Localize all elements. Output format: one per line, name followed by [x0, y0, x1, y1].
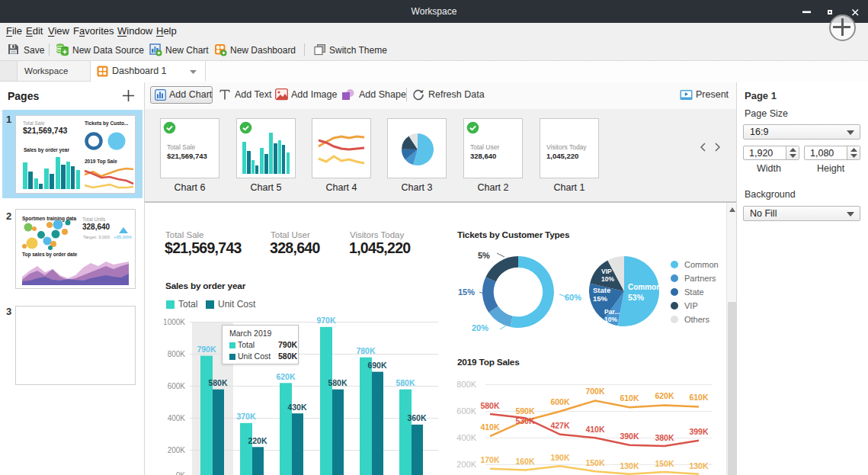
svg-text:0K: 0K — [176, 471, 186, 475]
svg-text:780K: 780K — [356, 346, 376, 355]
svg-text:400K: 400K — [456, 433, 476, 442]
svg-text:220K: 220K — [248, 436, 267, 445]
svg-text:700K: 700K — [585, 387, 605, 396]
svg-text:400K: 400K — [168, 414, 186, 422]
svg-text:130K: 130K — [689, 461, 709, 470]
svg-text:530K: 530K — [515, 416, 535, 425]
svg-text:610K: 610K — [689, 393, 709, 402]
svg-text:410K: 410K — [585, 425, 605, 434]
svg-text:620K: 620K — [276, 372, 296, 381]
svg-text:690K: 690K — [367, 361, 387, 370]
svg-text:1000K: 1000K — [164, 318, 185, 326]
svg-text:600K: 600K — [550, 397, 570, 406]
svg-text:130K: 130K — [620, 461, 639, 470]
svg-text:150K: 150K — [655, 459, 674, 468]
svg-text:160K: 160K — [515, 457, 535, 466]
svg-text:190K: 190K — [550, 453, 570, 462]
svg-text:590K: 590K — [515, 406, 535, 416]
svg-text:399K: 399K — [689, 427, 709, 436]
svg-text:790K: 790K — [197, 345, 216, 354]
svg-text:600K: 600K — [168, 382, 186, 390]
svg-text:200K: 200K — [168, 446, 186, 454]
svg-text:370K: 370K — [236, 412, 256, 421]
svg-text:800K: 800K — [168, 350, 186, 358]
svg-text:390K: 390K — [620, 432, 639, 441]
svg-text:150K: 150K — [585, 458, 605, 467]
svg-text:580K: 580K — [328, 378, 348, 387]
svg-text:580K: 580K — [208, 378, 228, 387]
svg-text:620K: 620K — [655, 391, 674, 400]
svg-text:580K: 580K — [396, 378, 415, 387]
svg-text:430K: 430K — [287, 403, 307, 412]
svg-text:427K: 427K — [550, 421, 570, 430]
svg-text:200K: 200K — [456, 460, 476, 469]
svg-text:380K: 380K — [655, 433, 674, 442]
svg-text:800K: 800K — [456, 380, 476, 389]
svg-text:170K: 170K — [480, 455, 500, 464]
svg-text:600K: 600K — [456, 406, 476, 416]
svg-text:410K: 410K — [480, 422, 500, 432]
svg-text:610K: 610K — [620, 393, 639, 403]
svg-text:970K: 970K — [316, 316, 336, 325]
svg-text:580K: 580K — [480, 401, 500, 410]
svg-text:360K: 360K — [407, 413, 427, 422]
